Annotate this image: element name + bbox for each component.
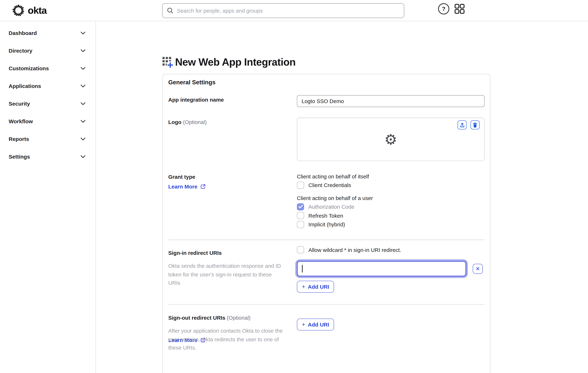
sidebar-item-settings[interactable]: Settings [0,148,95,165]
top-bar: okta ? [0,0,588,21]
trash-icon [473,122,477,128]
upload-icon [460,122,465,128]
signout-add-uri-button[interactable]: + Add URI [297,319,334,330]
signout-description: After your application contacts Okta to … [168,327,284,352]
logo-delete-button[interactable] [471,120,480,129]
apps-grid-icon[interactable] [454,4,465,14]
sidebar-item-label: Reports [9,136,29,142]
sidebar-item-label: Directory [9,48,32,54]
logo-optional-text: (Optional) [183,119,207,125]
sidebar-item-label: Workflow [9,118,33,124]
app-integration-add-icon [162,57,172,67]
wildcard-checkbox[interactable] [297,246,304,254]
okta-admin-app: okta ? Dashboard [0,0,588,373]
grant-type-options: Client acting on behalf of itself Client… [297,172,485,229]
checkbox-label: Refresh Token [308,213,343,219]
logo-upload-button[interactable] [458,120,467,129]
divider [168,304,485,305]
checkbox-label: Client Credentials [308,182,351,188]
sidebar-item-directory[interactable]: Directory [0,42,95,59]
grant-option-authorization-code: Authorization Code [297,202,485,211]
chevron-down-icon [81,138,85,140]
grant-learn-more-link[interactable]: Learn More [168,183,206,190]
signout-label-text: Sign-out redirect URIs [168,315,225,321]
sidebar-item-label: Security [9,101,30,107]
learn-more-text: Learn More [168,183,198,190]
checkbox-label: Implicit (hybrid) [308,222,345,228]
signout-redirect-uris-label: Sign-out redirect URIs (Optional) [168,315,251,321]
chevron-down-icon [81,67,85,70]
gear-icon: ⚙ [297,118,484,161]
chevron-down-icon [81,155,85,158]
grant-group-user-header: Client acting on behalf of a user [297,193,485,202]
page-title: New Web App Integration [175,56,296,68]
general-settings-card: General Settings App integration name Lo… [162,74,490,373]
sidebar-item-security[interactable]: Security [0,95,95,112]
signin-wildcard-row: Allow wildcard * in sign-in URI redirect… [297,245,485,254]
sidebar-item-label: Dashboard [9,30,37,36]
sidebar-item-dashboard[interactable]: Dashboard [0,24,95,42]
checkbox-label: Authorization Code [308,204,354,210]
sidebar-item-workflow[interactable]: Workflow [0,112,95,130]
add-uri-label: Add URI [308,284,329,290]
sidebar-item-label: Settings [9,154,30,160]
check-icon [298,205,303,209]
page-header: New Web App Integration [162,56,296,68]
main-content: New Web App Integration General Settings… [96,21,588,373]
chevron-down-icon [81,32,85,34]
signin-add-uri-button[interactable]: + Add URI [297,281,334,293]
grant-option-client-credentials: Client Credentials [297,181,485,190]
chevron-down-icon [81,85,85,87]
add-uri-label: Add URI [308,321,329,328]
sidebar-item-applications[interactable]: Applications [0,77,95,95]
grant-option-refresh-token: Refresh Token [297,211,485,220]
search-icon [167,7,174,14]
plus-icon: + [302,284,305,290]
app-integration-name-input[interactable] [297,95,485,107]
signin-redirect-uris-label: Sign-in redirect URIs [168,250,222,256]
sidebar-item-customizations[interactable]: Customizations [0,59,95,77]
remove-uri-button[interactable]: ✕ [473,264,483,274]
close-icon: ✕ [475,266,480,272]
sidebar: Dashboard Directory Customizations Appli… [0,21,96,373]
authorization-code-checkbox[interactable] [297,203,304,211]
global-search[interactable] [162,3,404,18]
text-caret [302,265,303,272]
chevron-down-icon [81,120,85,123]
logo-label: Logo (Optional) [168,119,207,125]
sidebar-item-reports[interactable]: Reports [0,130,95,148]
search-input[interactable] [177,8,399,14]
signin-description: Okta sends the authentication response a… [168,262,284,287]
external-link-icon [200,184,206,189]
signin-uri-input[interactable] [297,261,466,277]
chevron-down-icon [81,49,85,52]
checkbox-label: Allow wildcard * in sign-in URI redirect… [308,247,401,253]
plus-icon: + [302,321,305,328]
wildcard-option: Allow wildcard * in sign-in URI redirect… [297,245,485,254]
refresh-token-checkbox[interactable] [297,212,304,219]
brand-wordmark: okta [28,5,47,16]
grant-group-itself-header: Client acting on behalf of itself [297,172,485,181]
sidebar-item-label: Customizations [9,65,49,71]
okta-sunburst-icon [12,4,24,17]
help-icon[interactable]: ? [438,3,449,14]
okta-logo[interactable]: okta [12,4,47,17]
signin-uri-input-wrap [297,261,466,277]
app-integration-name-label: App integration name [168,96,224,103]
signout-optional-text: (Optional) [227,315,251,321]
divider [168,240,485,240]
section-heading-general-settings: General Settings [168,79,215,86]
sidebar-item-label: Applications [9,83,41,89]
client-credentials-checkbox[interactable] [297,182,304,189]
grant-type-label: Grant type [168,174,195,180]
grant-option-implicit-hybrid: Implicit (hybrid) [297,220,485,229]
logo-label-text: Logo [168,119,181,125]
implicit-hybrid-checkbox[interactable] [297,221,304,228]
chevron-down-icon [81,102,85,105]
logo-preview-panel: ⚙ [297,117,485,161]
help-glyph: ? [442,6,445,12]
